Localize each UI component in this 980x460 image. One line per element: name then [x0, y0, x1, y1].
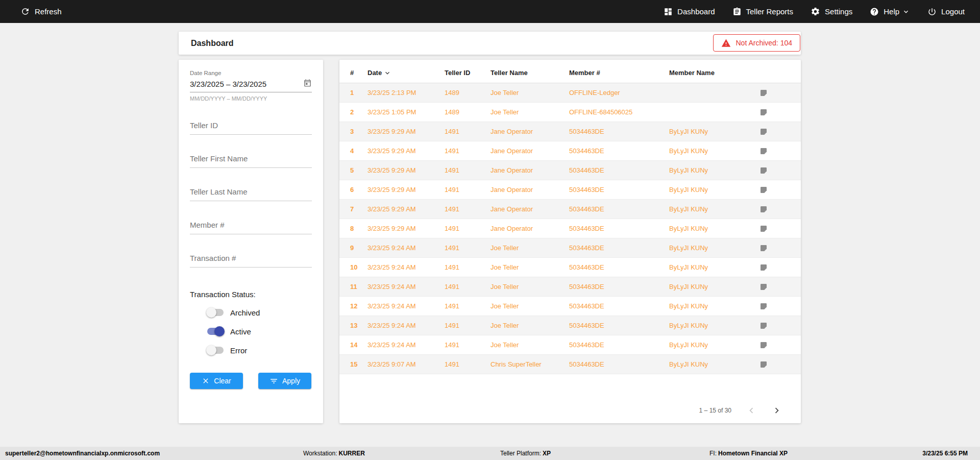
cell-date: 3/23/25 9:24 AM: [368, 322, 445, 329]
cell-member-num: 5034463DE: [569, 283, 669, 290]
note-button[interactable]: [760, 147, 801, 155]
col-header-teller-id[interactable]: Teller ID: [445, 69, 491, 77]
chevron-down-icon: [902, 8, 910, 16]
cell-member-name: ByLyJI KUNy: [669, 263, 760, 271]
member-number-input[interactable]: [190, 220, 312, 234]
cell-date: 3/23/25 9:24 AM: [368, 244, 445, 252]
table-row[interactable]: 63/23/25 9:29 AM1491Jane Operator5034463…: [339, 180, 801, 200]
cell-teller-name: Jane Operator: [491, 166, 569, 174]
note-icon: [760, 302, 768, 310]
table-row[interactable]: 103/23/25 9:24 AM1491Joe Teller5034463DE…: [339, 258, 801, 277]
sort-desc-icon: [383, 69, 391, 77]
toggle-active[interactable]: Active: [190, 326, 312, 336]
pagination-next-button[interactable]: [771, 405, 782, 416]
table-body: 13/23/25 2:13 PM1489Joe TellerOFFLINE-Le…: [339, 83, 801, 374]
cell-teller-id: 1491: [445, 341, 491, 349]
cell-teller-name: Joe Teller: [491, 244, 569, 252]
table-row[interactable]: 113/23/25 9:24 AM1491Joe Teller5034463DE…: [339, 277, 801, 297]
note-button[interactable]: [760, 128, 801, 136]
note-icon: [760, 360, 768, 369]
not-archived-badge[interactable]: Not Archived: 104: [713, 34, 800, 52]
nav-dashboard[interactable]: Dashboard: [664, 7, 715, 16]
cell-date: 3/23/25 9:29 AM: [368, 128, 445, 135]
pagination-range-label: 1 – 15 of 30: [699, 407, 731, 414]
cell-member-num: 5034463DE: [569, 205, 669, 213]
calendar-button[interactable]: [303, 79, 312, 91]
workstation-info: Workstation:KURRER: [303, 450, 365, 457]
note-button[interactable]: [760, 205, 801, 213]
note-button[interactable]: [760, 186, 801, 194]
note-button[interactable]: [760, 341, 801, 349]
cell-teller-id: 1491: [445, 225, 491, 232]
toggle-archived[interactable]: Archived: [190, 307, 312, 318]
pagination-prev-button[interactable]: [746, 405, 757, 416]
toggle-error[interactable]: Error: [190, 345, 312, 355]
error-switch: [206, 345, 225, 355]
table-row[interactable]: 43/23/25 9:29 AM1491Jane Operator5034463…: [339, 141, 801, 161]
clear-button[interactable]: Clear: [190, 373, 243, 389]
col-header-teller-name[interactable]: Teller Name: [491, 69, 569, 77]
date-range-label: Date Range: [190, 70, 312, 76]
topbar-nav: Dashboard Teller Reports Settings Help L…: [664, 7, 965, 16]
table-row[interactable]: 83/23/25 9:29 AM1491Jane Operator5034463…: [339, 219, 801, 238]
archived-switch: [206, 307, 225, 318]
cell-date: 3/23/25 9:29 AM: [368, 186, 445, 193]
refresh-button[interactable]: Refresh: [20, 7, 62, 16]
apply-button-label: Apply: [282, 377, 300, 385]
page-title: Dashboard: [179, 39, 234, 48]
note-icon: [760, 128, 768, 136]
transaction-number-input[interactable]: [190, 253, 312, 268]
nav-logout[interactable]: Logout: [927, 7, 965, 16]
cell-teller-name: Joe Teller: [491, 322, 569, 329]
col-header-member-name[interactable]: Member Name: [669, 69, 760, 77]
note-button[interactable]: [760, 263, 801, 272]
nav-settings[interactable]: Settings: [811, 7, 852, 16]
filter-panel: Date Range MM/DD/YYYY – MM/DD/YYYY Trans…: [179, 60, 323, 423]
table-row[interactable]: 153/23/25 9:07 AM1491Chris SuperTeller50…: [339, 355, 801, 374]
nav-help[interactable]: Help: [870, 7, 910, 16]
toggle-active-label: Active: [230, 327, 251, 336]
date-range-input[interactable]: [190, 78, 303, 92]
col-header-member-num[interactable]: Member #: [569, 69, 669, 77]
fi-value: Hometown Financial XP: [718, 450, 788, 457]
note-button[interactable]: [760, 302, 801, 310]
cell-member-name: ByLyJI KUNy: [669, 322, 760, 329]
cell-member-num: OFFLINE-Ledger: [569, 89, 669, 96]
table-row[interactable]: 13/23/25 2:13 PM1489Joe TellerOFFLINE-Le…: [339, 83, 801, 103]
nav-dashboard-label: Dashboard: [677, 7, 715, 16]
note-button[interactable]: [760, 108, 801, 116]
table-row[interactable]: 23/23/25 1:05 PM1489Joe TellerOFFLINE-68…: [339, 103, 801, 122]
table-row[interactable]: 73/23/25 9:29 AM1491Jane Operator5034463…: [339, 200, 801, 219]
note-button[interactable]: [760, 360, 801, 369]
note-button[interactable]: [760, 166, 801, 175]
nav-teller-reports[interactable]: Teller Reports: [732, 7, 794, 16]
calendar-icon: [303, 79, 312, 87]
col-header-date[interactable]: Date: [368, 69, 445, 77]
cell-teller-id: 1491: [445, 360, 491, 368]
teller-last-name-input[interactable]: [190, 186, 312, 201]
cell-teller-id: 1491: [445, 244, 491, 252]
apply-button[interactable]: Apply: [258, 373, 311, 389]
note-button[interactable]: [760, 225, 801, 233]
note-icon: [760, 186, 768, 194]
cell-teller-id: 1491: [445, 147, 491, 155]
not-archived-label: Not Archived: 104: [736, 39, 792, 47]
col-header-num[interactable]: #: [350, 69, 368, 77]
teller-first-name-input[interactable]: [190, 153, 312, 168]
note-button[interactable]: [760, 89, 801, 97]
table-row[interactable]: 53/23/25 9:29 AM1491Jane Operator5034463…: [339, 161, 801, 180]
table-row[interactable]: 33/23/25 9:29 AM1491Jane Operator5034463…: [339, 122, 801, 141]
table-row[interactable]: 93/23/25 9:24 AM1491Joe Teller5034463DEB…: [339, 238, 801, 258]
note-button[interactable]: [760, 322, 801, 330]
cell-member-num: 5034463DE: [569, 302, 669, 310]
table-row[interactable]: 133/23/25 9:24 AM1491Joe Teller5034463DE…: [339, 316, 801, 335]
teller-id-input[interactable]: [190, 120, 312, 135]
table-row[interactable]: 123/23/25 9:24 AM1491Joe Teller5034463DE…: [339, 297, 801, 316]
note-icon: [760, 283, 768, 291]
cell-member-num: 5034463DE: [569, 186, 669, 193]
table-row[interactable]: 143/23/25 9:24 AM1491Joe Teller5034463DE…: [339, 335, 801, 355]
cell-member-name: ByLyJI KUNy: [669, 283, 760, 290]
note-button[interactable]: [760, 244, 801, 252]
note-button[interactable]: [760, 283, 801, 291]
cell-member-num: 5034463DE: [569, 166, 669, 174]
